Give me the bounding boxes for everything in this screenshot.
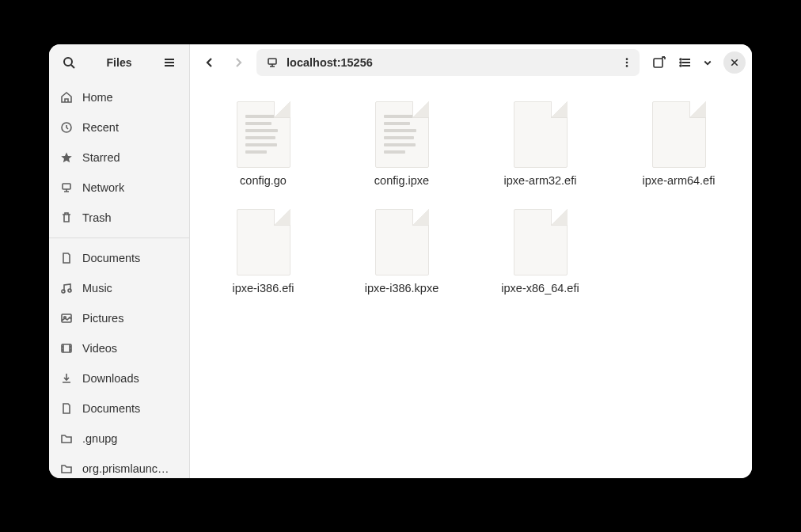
- close-icon: [730, 58, 739, 67]
- svg-point-20: [680, 59, 681, 60]
- file-manager-window: Files Home Recent Starred Network: [49, 44, 752, 478]
- sidebar-item-label: Documents: [82, 402, 140, 415]
- sidebar-item-label: Downloads: [82, 372, 139, 385]
- clock-icon: [60, 121, 73, 134]
- sidebar-item-label: Trash: [82, 211, 112, 224]
- document-icon: [60, 252, 73, 264]
- file-label: ipxe-x86_64.efi: [501, 282, 579, 294]
- sidebar-item-videos[interactable]: Videos: [49, 333, 189, 363]
- main-pane: localhost:15256: [190, 44, 752, 478]
- svg-point-0: [64, 58, 72, 66]
- trash-icon: [60, 211, 73, 224]
- sidebar-item-label: Videos: [82, 342, 117, 355]
- home-icon: [60, 91, 73, 104]
- music-icon: [60, 282, 73, 294]
- pictures-icon: [60, 312, 73, 325]
- svg-rect-16: [654, 59, 662, 67]
- address-menu-button[interactable]: [617, 53, 636, 72]
- chevron-down-icon: [703, 58, 712, 67]
- text-file-icon: [237, 101, 290, 168]
- sidebar-item-recent[interactable]: Recent: [49, 112, 189, 142]
- file-item[interactable]: ipxe-arm64.efi: [612, 98, 746, 190]
- sidebar-item-pictures[interactable]: Pictures: [49, 303, 189, 333]
- file-item[interactable]: config.go: [196, 98, 330, 190]
- file-item[interactable]: ipxe-x86_64.efi: [473, 206, 607, 298]
- sidebar-header: Files: [49, 44, 189, 81]
- sidebar-separator: [49, 238, 189, 238]
- folder-icon: [60, 432, 73, 445]
- generic-file-icon: [237, 209, 290, 276]
- address-bar[interactable]: localhost:15256: [256, 49, 640, 76]
- kebab-icon: [621, 57, 632, 68]
- sidebar-item-music[interactable]: Music: [49, 273, 189, 303]
- folder-icon: [60, 462, 73, 475]
- svg-point-7: [62, 290, 65, 293]
- forward-button[interactable]: [225, 49, 252, 76]
- new-tab-icon: [652, 55, 666, 70]
- file-label: ipxe-arm32.efi: [504, 174, 577, 187]
- sidebar-item-prismlauncher[interactable]: org.prismlaunc…: [49, 454, 189, 478]
- svg-line-1: [71, 65, 74, 68]
- sidebar-item-home[interactable]: Home: [49, 82, 189, 112]
- list-icon: [679, 56, 692, 69]
- close-button[interactable]: [723, 51, 746, 74]
- sidebar: Files Home Recent Starred Network: [49, 44, 190, 478]
- back-button[interactable]: [196, 49, 223, 76]
- generic-file-icon: [514, 209, 568, 276]
- app-title: Files: [82, 56, 156, 69]
- chevron-left-icon: [203, 56, 216, 69]
- new-tab-button[interactable]: [646, 49, 673, 76]
- toolbar: localhost:15256: [190, 44, 752, 81]
- sidebar-item-label: Music: [82, 282, 112, 294]
- sidebar-item-label: Home: [82, 91, 113, 104]
- generic-file-icon: [375, 209, 429, 276]
- sidebar-item-documents[interactable]: Documents: [49, 243, 189, 273]
- svg-point-15: [626, 65, 628, 67]
- file-grid: config.go config.ipxe ipxe-arm32.efi ipx…: [190, 81, 752, 478]
- svg-rect-6: [63, 184, 70, 189]
- sidebar-item-label: Network: [82, 181, 124, 194]
- sidebar-item-label: org.prismlaunc…: [82, 462, 169, 475]
- file-item[interactable]: config.ipxe: [335, 98, 469, 190]
- generic-file-icon: [514, 101, 568, 168]
- file-item[interactable]: ipxe-i386.efi: [196, 206, 330, 298]
- sidebar-item-documents2[interactable]: Documents: [49, 393, 189, 424]
- svg-point-14: [626, 62, 628, 64]
- file-label: config.go: [240, 174, 287, 187]
- address-text: localhost:15256: [287, 56, 617, 69]
- view-dropdown-button[interactable]: [697, 49, 719, 76]
- file-item[interactable]: ipxe-arm32.efi: [473, 98, 607, 190]
- search-icon: [63, 56, 75, 69]
- svg-point-8: [68, 289, 71, 292]
- sidebar-list: Home Recent Starred Network Trash Do: [49, 81, 189, 478]
- file-item[interactable]: ipxe-i386.kpxe: [335, 206, 469, 298]
- file-label: ipxe-i386.efi: [232, 282, 294, 294]
- download-icon: [60, 372, 73, 385]
- list-view-button[interactable]: [674, 49, 697, 76]
- svg-point-21: [680, 62, 681, 63]
- sidebar-item-label: Starred: [82, 151, 120, 164]
- text-file-icon: [375, 101, 429, 168]
- server-icon: [266, 56, 279, 69]
- sidebar-item-starred[interactable]: Starred: [49, 142, 189, 173]
- sidebar-item-label: Recent: [82, 121, 119, 134]
- svg-rect-12: [268, 59, 276, 64]
- hamburger-icon: [163, 56, 176, 69]
- file-label: config.ipxe: [374, 174, 429, 187]
- network-icon: [60, 181, 73, 194]
- search-button[interactable]: [55, 49, 82, 76]
- file-label: ipxe-arm64.efi: [643, 174, 716, 187]
- hamburger-menu-button[interactable]: [156, 49, 183, 76]
- sidebar-item-network[interactable]: Network: [49, 173, 189, 203]
- document-icon: [60, 402, 73, 415]
- sidebar-item-label: .gnupg: [82, 432, 117, 445]
- sidebar-item-downloads[interactable]: Downloads: [49, 363, 189, 393]
- sidebar-item-gnupg[interactable]: .gnupg: [49, 424, 189, 454]
- svg-point-22: [680, 65, 681, 66]
- generic-file-icon: [652, 101, 706, 168]
- star-icon: [60, 151, 73, 164]
- chevron-right-icon: [232, 56, 245, 69]
- sidebar-item-trash[interactable]: Trash: [49, 203, 189, 233]
- svg-point-13: [626, 58, 628, 60]
- file-label: ipxe-i386.kpxe: [365, 282, 439, 294]
